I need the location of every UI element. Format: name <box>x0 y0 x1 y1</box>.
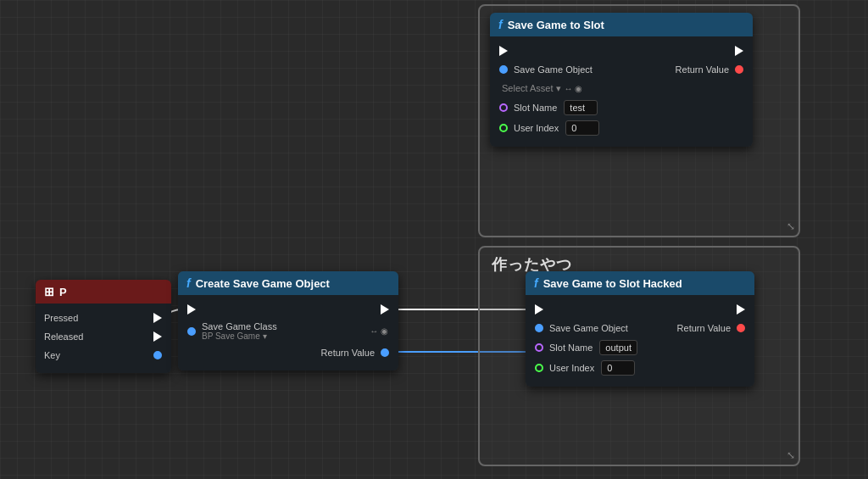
save-top-exec-in[interactable] <box>498 46 509 56</box>
save-hacked-return-pin[interactable] <box>736 323 746 333</box>
save-class-icons: ↔ ◉ <box>370 326 388 336</box>
save-top-user-row: User Index 0 <box>490 118 753 138</box>
p-node-grid-icon: ⊞ <box>44 285 54 298</box>
pressed-label: Pressed <box>44 313 78 323</box>
save-hacked-exec-row <box>526 300 754 319</box>
save-top-obj-circle <box>499 65 508 74</box>
save-hacked-obj-label: Save Game Object <box>549 323 628 333</box>
released-exec-arrow <box>153 331 162 342</box>
save-top-select-row: Select Asset ▾ ↔ ◉ <box>490 79 753 97</box>
save-hacked-slot-row: Slot Name output <box>526 337 754 358</box>
save-top-obj-row: Save Game Object Return Value <box>490 60 753 79</box>
save-top-header: f Save Game to Slot <box>490 13 753 36</box>
save-top-user-circle <box>499 124 508 132</box>
create-node-header: f Create Save Game Object <box>178 271 398 295</box>
create-exec-in[interactable] <box>186 304 197 315</box>
pressed-exec-pin[interactable] <box>153 313 163 323</box>
save-top-obj-pin[interactable] <box>498 64 509 75</box>
save-game-class-pin[interactable] <box>186 326 197 337</box>
p-node-body: Pressed Released Key <box>36 304 171 373</box>
create-return-label: Return Value <box>321 348 375 358</box>
pressed-row: Pressed <box>36 309 171 327</box>
create-exec-out-arrow <box>381 304 389 315</box>
save-game-to-slot-hacked-node: f Save Game to Slot Hacked Save Game Obj… <box>526 271 754 387</box>
p-node-header: ⊞ P <box>36 280 171 304</box>
save-top-obj-label: Save Game Object <box>514 64 593 75</box>
save-top-user-pin[interactable] <box>498 123 509 133</box>
create-node-body: Save Game Class BP Save Game ▾ ↔ ◉ Retur… <box>178 295 398 370</box>
create-func-icon: f <box>186 276 191 290</box>
save-hacked-header: f Save Game to Slot Hacked <box>526 271 754 295</box>
save-hacked-user-pin[interactable] <box>534 363 544 373</box>
create-save-game-node: f Create Save Game Object Save Gam <box>178 271 398 370</box>
save-top-user-label: User Index <box>514 123 559 133</box>
key-row: Key <box>36 346 171 365</box>
create-exec-out[interactable] <box>380 304 390 315</box>
save-top-exec-out-arrow <box>735 46 743 56</box>
blueprint-canvas[interactable]: 元のやつ(GameplayStatics) ⤡ 作ったやつ ⤡ ⊞ P Pres… <box>0 0 868 479</box>
released-label: Released <box>44 331 83 342</box>
save-game-class-circle <box>187 327 196 336</box>
save-hacked-return-circle <box>737 324 745 332</box>
group-bottom-resize-icon[interactable]: ⤡ <box>787 449 795 461</box>
save-top-return-label: Return Value <box>676 64 729 75</box>
p-node: ⊞ P Pressed Released Key <box>36 280 171 373</box>
save-top-select-icons: ↔ ◉ <box>565 84 583 93</box>
save-hacked-exec-out-arrow <box>737 304 745 315</box>
save-hacked-obj-pin[interactable] <box>534 323 544 333</box>
save-hacked-slot-input[interactable]: output <box>599 340 637 355</box>
save-top-slot-row: Slot Name test <box>490 97 753 118</box>
save-top-slot-circle <box>499 103 508 112</box>
pressed-exec-arrow <box>153 313 162 323</box>
save-top-func-icon: f <box>498 18 503 31</box>
save-top-slot-input[interactable]: test <box>564 100 598 115</box>
create-return-circle <box>381 348 389 357</box>
create-exec-in-arrow <box>187 304 196 315</box>
save-top-user-input[interactable]: 0 <box>565 120 599 136</box>
create-exec-row <box>178 300 398 319</box>
released-exec-pin[interactable] <box>153 331 163 342</box>
save-hacked-func-icon: f <box>534 276 538 290</box>
save-game-to-slot-top-node: f Save Game to Slot Save Game Object <box>490 13 753 147</box>
save-top-return-circle <box>735 65 743 74</box>
save-top-slot-label: Slot Name <box>514 103 557 113</box>
save-top-exec-in-arrow <box>499 46 508 56</box>
key-circle <box>153 351 162 359</box>
save-hacked-obj-row: Save Game Object Return Value <box>526 319 754 337</box>
group-top-resize-icon[interactable]: ⤡ <box>787 220 795 232</box>
save-hacked-obj-circle <box>535 324 543 332</box>
save-hacked-return-label: Return Value <box>677 323 731 333</box>
save-hacked-body: Save Game Object Return Value Slot Name … <box>526 295 754 387</box>
save-hacked-title: Save Game to Slot Hacked <box>543 277 682 290</box>
save-hacked-user-circle <box>535 364 543 372</box>
save-hacked-slot-circle <box>535 343 543 352</box>
save-game-class-label: Save Game Class <box>202 321 277 331</box>
save-top-exec-out[interactable] <box>734 46 744 56</box>
save-hacked-exec-out[interactable] <box>736 304 746 315</box>
create-node-title: Create Save Game Object <box>196 277 330 290</box>
create-return-pin[interactable] <box>380 348 390 358</box>
save-hacked-exec-in-arrow <box>535 304 543 315</box>
save-hacked-slot-label: Slot Name <box>549 343 593 353</box>
save-top-slot-pin[interactable] <box>498 103 509 113</box>
save-hacked-user-row: User Index 0 <box>526 358 754 378</box>
save-game-class-row: Save Game Class BP Save Game ▾ ↔ ◉ <box>178 319 398 343</box>
save-hacked-user-input[interactable]: 0 <box>601 360 635 376</box>
p-node-title: P <box>59 286 67 298</box>
save-game-class-sublabel: BP Save Game ▾ <box>202 331 277 341</box>
save-top-body: Save Game Object Return Value Select Ass… <box>490 36 753 147</box>
save-top-return-pin[interactable] <box>734 64 744 75</box>
create-return-row: Return Value <box>178 343 398 362</box>
key-pin[interactable] <box>153 350 163 360</box>
save-hacked-exec-in[interactable] <box>534 304 544 315</box>
save-hacked-slot-pin[interactable] <box>534 343 544 353</box>
save-top-exec-row <box>490 42 753 60</box>
released-row: Released <box>36 327 171 346</box>
save-hacked-user-label: User Index <box>549 363 594 373</box>
key-label: Key <box>44 350 60 360</box>
save-top-title: Save Game to Slot <box>508 19 604 31</box>
save-top-select-asset-label: Select Asset ▾ <box>502 83 561 94</box>
